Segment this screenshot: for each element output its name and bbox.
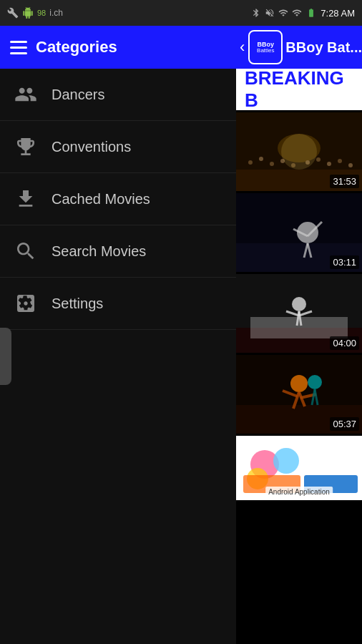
status-bar: 98 i.ch 7:28 AM (0, 0, 362, 26)
video-item-5[interactable]: Android Application (236, 436, 362, 500)
svg-rect-23 (250, 317, 348, 338)
svg-point-2 (248, 160, 253, 165)
sidebar-item-dancers[interactable]: Dancers (0, 69, 236, 121)
back-arrow-icon[interactable]: ‹ (236, 38, 248, 57)
sidebar: Dancers Conventions Cached Movies (0, 69, 236, 644)
signal-icon (292, 8, 302, 18)
download-icon (13, 187, 39, 210)
app-header: Categories ‹ BBoy Battles BBoy Bat... (0, 26, 362, 69)
status-right-icons: 7:28 AM (251, 8, 355, 19)
settings-icon (13, 292, 39, 315)
android-icon (22, 7, 34, 19)
sidebar-item-conventions[interactable]: Conventions (0, 121, 236, 173)
trophy-icon (13, 135, 39, 158)
svg-point-9 (327, 162, 331, 166)
bboy-header-text: BBoy Bat... (285, 39, 362, 56)
header-right: ‹ BBoy Battles BBoy Bat... (236, 26, 362, 69)
video-item-2[interactable]: 03:11 (236, 193, 362, 272)
video-item-4[interactable]: 05:37 (236, 355, 362, 434)
sidebar-item-search-movies[interactable]: Search Movies (0, 225, 236, 278)
svg-point-31 (290, 375, 308, 392)
wrench-icon (7, 7, 19, 19)
svg-point-10 (338, 159, 342, 163)
svg-point-8 (316, 157, 321, 162)
svg-point-3 (259, 157, 263, 161)
bboy-badge-text2: Battles (257, 48, 274, 54)
notification-badge: 98 (37, 9, 46, 17)
header-left: Categories (0, 38, 236, 57)
video-duration-2: 03:11 (330, 255, 359, 269)
bboy-badge[interactable]: BBoy Battles (248, 30, 283, 64)
svg-point-41 (273, 448, 299, 474)
svg-point-36 (308, 375, 322, 389)
sidebar-dancers-label: Dancers (52, 87, 104, 103)
sidebar-conventions-label: Conventions (52, 139, 131, 155)
search-icon (13, 240, 39, 263)
video-list: 31:53 03:11 (236, 110, 362, 500)
svg-point-4 (270, 162, 274, 166)
sidebar-item-settings[interactable]: Settings (0, 278, 236, 330)
hamburger-menu-button[interactable] (10, 41, 27, 54)
sidebar-item-cached-movies[interactable]: Cached Movies (0, 173, 236, 225)
video-duration-3: 04:00 (330, 336, 359, 350)
header-title: Categories (36, 38, 117, 57)
content-header: BREAKING B (236, 69, 362, 110)
battery-icon (305, 8, 317, 18)
time-display: 7:28 AM (321, 8, 355, 19)
video-duration-1: 31:53 (330, 175, 359, 188)
svg-point-24 (292, 297, 306, 311)
wifi-icon (278, 8, 288, 18)
svg-point-12 (281, 134, 317, 170)
video-item-3[interactable]: 04:00 (236, 274, 362, 353)
volume-mute-icon (265, 8, 275, 18)
main-layout: Dancers Conventions Cached Movies (0, 69, 362, 644)
status-left-icons: 98 i.ch (7, 7, 63, 19)
content-panel: BREAKING B (236, 69, 362, 644)
sidebar-cached-movies-label: Cached Movies (52, 191, 150, 208)
android-app-label: Android Application (265, 487, 333, 497)
extra-icon: i.ch (49, 8, 63, 18)
video-item-1[interactable]: 31:53 (236, 112, 362, 191)
bluetooth-icon (251, 8, 261, 18)
video-duration-4: 05:37 (330, 417, 359, 431)
scroll-handle[interactable] (0, 328, 11, 385)
content-header-text: BREAKING B (245, 69, 353, 112)
dancers-icon (13, 83, 39, 106)
svg-point-11 (348, 163, 353, 167)
sidebar-search-movies-label: Search Movies (52, 243, 146, 260)
sidebar-settings-label: Settings (52, 296, 103, 312)
